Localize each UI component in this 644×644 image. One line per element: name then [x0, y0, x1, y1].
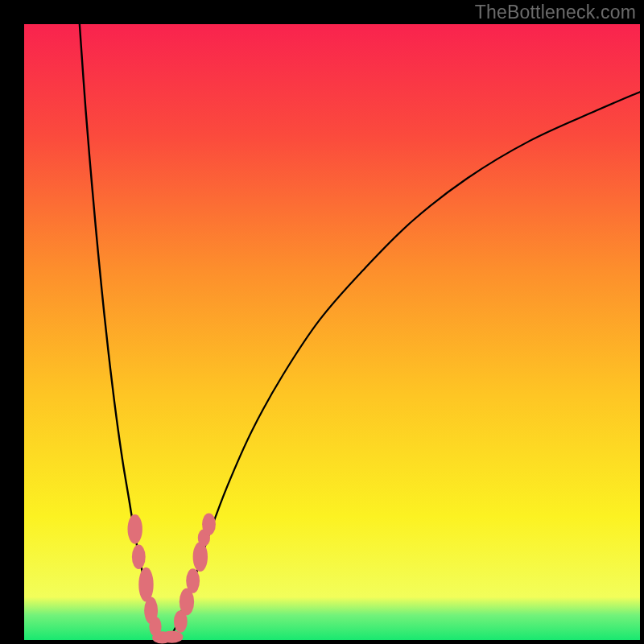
data-marker: [161, 631, 184, 643]
chart-svg: [24, 24, 640, 640]
data-marker: [186, 568, 200, 593]
plot-area: [24, 24, 640, 640]
marker-group: [128, 513, 216, 643]
data-marker: [202, 513, 216, 535]
data-marker: [128, 514, 142, 544]
watermark-text: TheBottleneck.com: [475, 2, 636, 23]
outer-frame: TheBottleneck.com: [0, 0, 644, 644]
left-branch-curve: [80, 24, 166, 641]
data-marker: [138, 568, 153, 602]
data-marker: [193, 542, 208, 572]
right-branch-curve: [166, 92, 640, 640]
data-marker: [132, 544, 146, 569]
